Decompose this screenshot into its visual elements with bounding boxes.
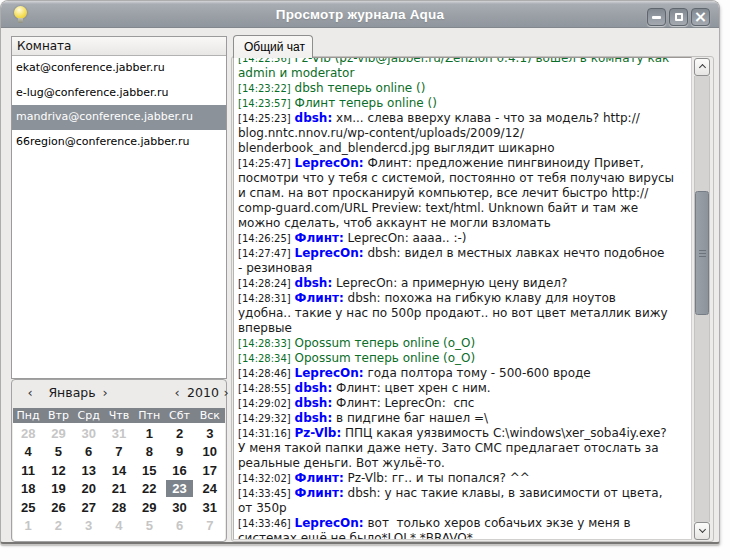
- timestamp: [14:22:56]: [238, 57, 291, 64]
- calendar-day[interactable]: 5: [43, 443, 73, 462]
- room-item[interactable]: e-lug@conference.jabber.ru: [12, 81, 226, 106]
- chat-message: [14:29:32] dbsh: в пидгине баг нашел =\: [238, 411, 689, 426]
- room-item[interactable]: mandriva@conference.jabber.ru: [12, 105, 226, 130]
- message-text: Флинт: LeprecOn: спс: [336, 396, 474, 410]
- scrollbar: [694, 58, 711, 540]
- calendar-day[interactable]: 19: [43, 480, 73, 499]
- calendar-day[interactable]: 1: [13, 517, 43, 536]
- calendar-day[interactable]: 17: [195, 461, 225, 480]
- calendar-day[interactable]: 31: [195, 498, 225, 517]
- message-text: Opossum теперь online (o_O): [295, 336, 476, 350]
- calendar-grid: 2829303112345678910111213141516171819202…: [13, 424, 225, 535]
- calendar-day[interactable]: 25: [13, 498, 43, 517]
- calendar-nav: ‹ Январь › ‹ 2010 ›: [12, 380, 226, 407]
- maximize-button[interactable]: [669, 8, 688, 26]
- room-item[interactable]: 66region@conference.jabber.ru: [12, 130, 226, 155]
- calendar-day[interactable]: 3: [195, 424, 225, 443]
- calendar-day[interactable]: 28: [104, 498, 134, 517]
- chevron-up-icon: [698, 64, 705, 71]
- thumb-grip: [699, 250, 706, 251]
- window: Просмотр журнала Aqua × Комната ekat@con…: [0, 0, 720, 544]
- timestamp: [14:23:57]: [238, 98, 291, 109]
- chat-log-area[interactable]: [14:22:56] Pz-Vlb (pz-vlb@jabber.ru/Zenz…: [233, 57, 692, 540]
- calendar-day[interactable]: 29: [134, 498, 164, 517]
- next-year-arrow[interactable]: ›: [221, 385, 231, 400]
- nick: Флинт:: [295, 231, 344, 245]
- message-text: Pz-Vlb (pz-vlb@jabber.ru/Zenzion 0.4.1) …: [238, 57, 669, 80]
- chat-message: [14:32:02] Флинт: Pz-Vlb: гг.. и ты попа…: [238, 471, 689, 486]
- timestamp: [14:28:24]: [238, 278, 291, 289]
- chat-log-content: [14:22:56] Pz-Vlb (pz-vlb@jabber.ru/Zenz…: [238, 57, 689, 540]
- scroll-up-button[interactable]: [694, 58, 710, 76]
- close-button[interactable]: ×: [691, 8, 710, 26]
- calendar-day-selected[interactable]: 23: [164, 480, 194, 499]
- message-text: LeprecOn: аааа.. :-): [348, 231, 467, 245]
- chat-status-line: [14:28:33] Opossum теперь online (o_O): [238, 336, 689, 351]
- scroll-down-button[interactable]: [694, 522, 710, 540]
- nick: dbsh:: [295, 111, 333, 125]
- calendar-day[interactable]: 16: [164, 461, 194, 480]
- calendar-day[interactable]: 29: [43, 424, 73, 443]
- calendar-day[interactable]: 1: [134, 424, 164, 443]
- calendar-day[interactable]: 30: [74, 424, 104, 443]
- calendar-day[interactable]: 20: [74, 480, 104, 499]
- timestamp: [14:28:33]: [238, 338, 291, 349]
- calendar-day[interactable]: 4: [104, 517, 134, 536]
- tab-general-chat[interactable]: Общий чат: [233, 35, 313, 58]
- nick: Pz-Vlb:: [295, 426, 342, 440]
- nick: Флинт:: [295, 471, 344, 485]
- chat-status-line: [14:23:57] Флинт теперь online (): [238, 96, 689, 111]
- calendar-day[interactable]: 14: [104, 461, 134, 480]
- calendar-day[interactable]: 12: [43, 461, 73, 480]
- calendar-day[interactable]: 8: [134, 443, 164, 462]
- calendar-dow-label: Срд: [74, 408, 104, 423]
- message-text: Флинт теперь online (): [295, 96, 437, 110]
- timestamp: [14:26:25]: [238, 233, 291, 244]
- calendar-day[interactable]: 28: [13, 424, 43, 443]
- calendar-day[interactable]: 30: [164, 498, 194, 517]
- prev-year-arrow[interactable]: ‹: [172, 385, 182, 400]
- minimize-icon: [652, 16, 661, 19]
- calendar-day[interactable]: 7: [195, 517, 225, 536]
- next-month-arrow[interactable]: ›: [100, 385, 110, 400]
- chat-message: [14:25:47] LeprecOn: Флинт: предложение …: [238, 156, 689, 231]
- calendar-day[interactable]: 15: [134, 461, 164, 480]
- room-item[interactable]: ekat@conference.jabber.ru: [12, 56, 226, 81]
- calendar-day[interactable]: 11: [13, 461, 43, 480]
- calendar-day[interactable]: 18: [13, 480, 43, 499]
- message-text: LeprecOn: а примерную цену видел?: [336, 276, 567, 290]
- scrollbar-track[interactable]: [694, 76, 710, 522]
- calendar-day[interactable]: 22: [134, 480, 164, 499]
- calendar-day[interactable]: 4: [13, 443, 43, 462]
- calendar-day[interactable]: 13: [74, 461, 104, 480]
- nick: dbsh:: [295, 276, 333, 290]
- calendar-day[interactable]: 21: [104, 480, 134, 499]
- chat-message: [14:28:46] LeprecOn: года полтора тому -…: [238, 366, 689, 381]
- calendar-day[interactable]: 3: [74, 517, 104, 536]
- calendar-day[interactable]: 2: [164, 424, 194, 443]
- calendar-day[interactable]: 31: [104, 424, 134, 443]
- chat-message: [14:25:23] dbsh: хм... слева вверху клав…: [238, 111, 689, 156]
- timestamp: [14:32:02]: [238, 473, 291, 484]
- minimize-button[interactable]: [647, 8, 666, 26]
- prev-month-arrow[interactable]: ‹: [25, 385, 35, 400]
- calendar-day[interactable]: 24: [195, 480, 225, 499]
- message-text: в пидгине баг нашел =\: [336, 411, 488, 425]
- calendar-day[interactable]: 2: [43, 517, 73, 536]
- calendar-day[interactable]: 7: [104, 443, 134, 462]
- calendar-day[interactable]: 27: [74, 498, 104, 517]
- calendar-day[interactable]: 6: [164, 517, 194, 536]
- calendar-dow-label: Сбт: [164, 408, 194, 423]
- timestamp: [14:29:32]: [238, 413, 291, 424]
- scrollbar-thumb[interactable]: [695, 191, 709, 315]
- calendar-day[interactable]: 6: [74, 443, 104, 462]
- room-list-panel: Комната ekat@conference.jabber.rue-lug@c…: [11, 36, 227, 379]
- calendar-day[interactable]: 10: [195, 443, 225, 462]
- chevron-down-icon: [698, 526, 705, 533]
- calendar-day[interactable]: 5: [134, 517, 164, 536]
- calendar-month: Январь: [44, 385, 100, 400]
- calendar-day[interactable]: 9: [164, 443, 194, 462]
- calendar-dow-label: Вск: [195, 408, 225, 423]
- calendar-day[interactable]: 26: [43, 498, 73, 517]
- nick: dbsh:: [295, 396, 333, 410]
